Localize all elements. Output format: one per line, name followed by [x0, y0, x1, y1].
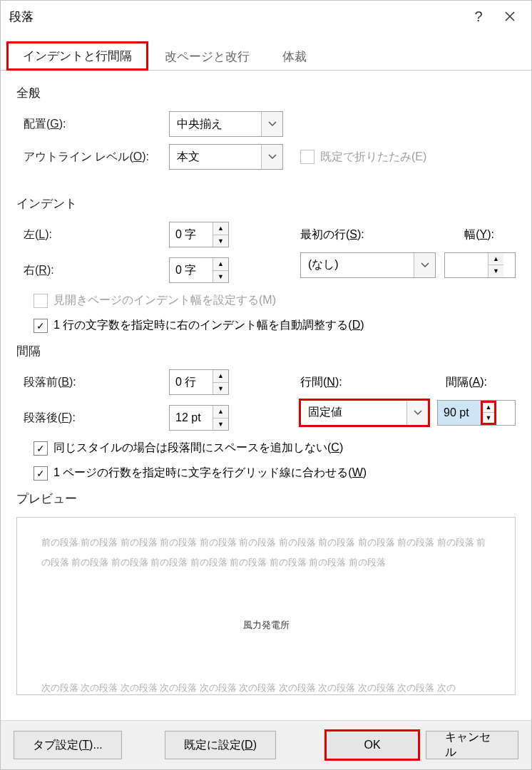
at-label: 間隔(A): [446, 375, 487, 390]
indent-right-input[interactable] [170, 258, 213, 282]
align-combo[interactable]: 中央揃え [169, 111, 283, 137]
align-label: 配置(G): [24, 117, 159, 132]
spin-up-icon[interactable]: ▲ [213, 406, 228, 418]
outline-label: アウトライン レベル(O): [24, 150, 159, 165]
collapse-label: 既定で折りたたみ(E) [320, 150, 426, 165]
indent-width-input[interactable] [445, 253, 488, 277]
space-before-spin[interactable]: ▲▼ [169, 369, 229, 395]
section-preview: プレビュー [16, 491, 516, 507]
nospace-label: 同じスタイルの場合は段落間にスペースを追加しない(C) [53, 441, 343, 456]
auto-indent-label: 1 行の文字数を指定時に右のインデント幅を自動調整する(D) [53, 318, 364, 333]
first-line-label: 最初の行(S): [300, 227, 364, 242]
chevron-down-icon [414, 253, 435, 277]
titlebar: 段落 ? [1, 1, 531, 32]
spin-down-icon[interactable]: ▼ [213, 382, 228, 395]
first-line-combo[interactable]: (なし) [300, 252, 436, 278]
indent-left-input[interactable] [170, 222, 213, 247]
space-after-input[interactable] [170, 406, 213, 430]
line-spacing-label: 行間(N): [300, 375, 342, 390]
indent-width-label: 幅(Y): [464, 227, 494, 242]
at-input[interactable] [438, 401, 481, 425]
spin-up-icon[interactable]: ▲ [213, 258, 228, 270]
tab-strip: インデントと行間隔 改ページと改行 体裁 [1, 32, 531, 71]
spin-up-icon[interactable]: ▲ [483, 403, 494, 413]
paragraph-dialog: 段落 ? インデントと行間隔 改ページと改行 体裁 全般 配置(G): 中央揃え… [0, 0, 532, 770]
section-spacing: 間隔 [16, 343, 516, 359]
tab-indent-spacing[interactable]: インデントと行間隔 [6, 41, 148, 71]
spin-up-icon[interactable]: ▲ [488, 253, 503, 265]
help-button[interactable]: ? [463, 1, 494, 32]
tabs-button[interactable]: タブ設定(T)... [14, 731, 122, 759]
chevron-down-icon [261, 145, 282, 169]
grid-checkbox[interactable] [34, 466, 48, 481]
chevron-down-icon [261, 112, 282, 136]
spin-down-icon[interactable]: ▼ [213, 418, 228, 431]
close-button[interactable] [494, 1, 526, 32]
preview-prev: 前の段落 前の段落 前の段落 前の段落 前の段落 前の段落 前の段落 前の段落 … [41, 533, 491, 573]
chevron-down-icon [406, 401, 428, 425]
indent-width-spin[interactable]: ▲▼ [444, 252, 516, 278]
spin-down-icon[interactable]: ▼ [488, 265, 503, 277]
mirror-indent-label: 見開きページのインデント幅を設定する(M) [53, 293, 276, 308]
nospace-checkbox[interactable] [34, 441, 48, 456]
set-default-button[interactable]: 既定に設定(D) [165, 731, 276, 759]
outline-combo[interactable]: 本文 [169, 144, 283, 170]
spin-up-icon[interactable]: ▲ [213, 370, 228, 382]
indent-left-spin[interactable]: ▲▼ [169, 222, 229, 247]
indent-right-label: 右(R): [24, 263, 159, 278]
space-after-label: 段落後(F): [24, 411, 159, 426]
dialog-title: 段落 [6, 9, 463, 25]
line-spacing-combo[interactable]: 固定値 [300, 400, 429, 426]
preview-sample: 風力発電所 [41, 615, 491, 636]
tab-style[interactable]: 体裁 [266, 42, 323, 71]
mirror-indent-checkbox [34, 294, 48, 308]
space-after-spin[interactable]: ▲▼ [169, 405, 229, 431]
spin-up-icon[interactable]: ▲ [213, 222, 228, 235]
at-spin[interactable]: ▲▼ [437, 400, 516, 426]
section-indent: インデント [16, 195, 516, 212]
grid-label: 1 ページの行数を指定時に文字を行グリッド線に合わせる(W) [53, 466, 367, 481]
preview-next: 次の段落 次の段落 次の段落 次の段落 次の段落 次の段落 次の段落 次の段落 … [41, 679, 491, 699]
tab-page-breaks[interactable]: 改ページと改行 [148, 42, 266, 71]
close-icon [504, 11, 516, 22]
auto-indent-checkbox[interactable] [34, 319, 48, 333]
dialog-body: 全般 配置(G): 中央揃え アウトライン レベル(O): 本文 既定で折りたた… [1, 71, 531, 720]
space-before-label: 段落前(B): [24, 375, 159, 390]
spin-down-icon[interactable]: ▼ [213, 235, 228, 247]
indent-right-spin[interactable]: ▲▼ [169, 257, 229, 283]
indent-left-label: 左(L): [24, 227, 159, 242]
section-general: 全般 [16, 85, 516, 101]
ok-button[interactable]: OK [326, 731, 419, 759]
preview-box: 前の段落 前の段落 前の段落 前の段落 前の段落 前の段落 前の段落 前の段落 … [16, 517, 516, 695]
space-before-input[interactable] [170, 370, 213, 394]
spin-down-icon[interactable]: ▼ [483, 412, 494, 423]
dialog-footer: タブ設定(T)... 既定に設定(D) OK キャンセル [1, 720, 531, 769]
collapse-checkbox [300, 150, 314, 164]
cancel-button[interactable]: キャンセル [426, 731, 518, 759]
spin-down-icon[interactable]: ▼ [213, 270, 228, 283]
